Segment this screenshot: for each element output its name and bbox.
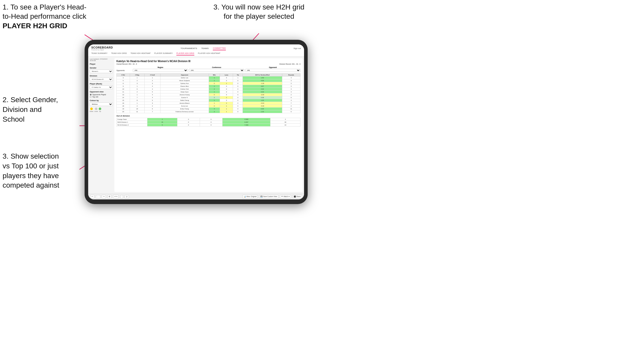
nav-committee[interactable]: COMMITTEE [213, 46, 226, 50]
toolbar-share[interactable]: ⬛ Share [293, 195, 302, 198]
division-select[interactable]: NCAA Division III [90, 78, 113, 81]
td-opponent: Sydney Kuo [160, 82, 209, 85]
subnav-player-summary[interactable]: PLAYER SUMMARY [154, 52, 173, 55]
td-div: 9 [117, 85, 130, 88]
td-conf: 5 [144, 99, 160, 102]
instruction-top-left: 1. To see a Player's Head- to-Head perfo… [3, 3, 90, 31]
radio-opponents-played[interactable]: Opponents Played [90, 94, 113, 95]
td-reg: 11 [130, 110, 144, 113]
td-win: 0 [209, 93, 220, 96]
td-conf: 3 [144, 82, 160, 85]
colour-select[interactable]: Win/loss [90, 102, 113, 106]
toolbar-redo[interactable]: ↪ [102, 195, 106, 198]
td-win: 2 [209, 96, 220, 99]
td-tie: 1 [233, 76, 243, 79]
gender-label: Gender [90, 67, 113, 69]
toolbar-view-original[interactable]: 📊 View: Original [243, 195, 258, 198]
gender-select[interactable]: Women's [90, 70, 113, 73]
opponent-filter[interactable]: (All) [245, 69, 300, 72]
td-opponent: Heejo Hyun [160, 91, 209, 93]
opponents-label: Opponents: [116, 70, 132, 71]
last-updated: Last Updated: 27/03/202416:55:38 [90, 58, 113, 61]
td-opponent: Eunice Yi [160, 96, 209, 99]
td-rounds: 3 [282, 85, 300, 88]
td-div: 16 [117, 102, 130, 105]
td-tie: 0 [233, 88, 243, 91]
brand: SCOREBOARD Powered by clippd [91, 46, 113, 51]
region-filter[interactable]: (All) [133, 69, 188, 72]
panel-title: Katelyn Vo Head-to-Head Grid for Women's… [116, 60, 300, 63]
td-conf: 7 [144, 110, 160, 113]
td-out-rounds: 10 [270, 124, 300, 127]
table-row: 6 3 3 Sydney Kuo 0 1 0 -1.00 3 [117, 82, 300, 85]
td-win: 2 [209, 110, 220, 113]
td-opponent: Federica Domecq Lacroze [160, 110, 209, 113]
td-conf: 2 [144, 79, 160, 82]
subnav-team-h2h-grid[interactable]: TEAM H2H GRID [111, 52, 127, 55]
subnav-team-h2h-heatmap[interactable]: TEAM H2H HEATMAP [130, 52, 151, 55]
td-out-tie: 0 [200, 124, 222, 127]
td-tie: 0 [233, 99, 243, 102]
td-div: 5 [117, 79, 130, 82]
td-reg: 10 [130, 108, 144, 110]
td-reg: 2 [130, 79, 144, 82]
td-conf: 2 [144, 105, 160, 108]
td-tie: 0 [233, 110, 243, 113]
colour-section: Colour by Win/loss [90, 99, 113, 106]
player-label: Player [90, 63, 113, 65]
nav-tournaments[interactable]: TOURNAMENTS [180, 47, 197, 50]
legend-up: Up [99, 108, 101, 112]
table-row: 9 1 4 Sharon Mun 1 0 0 3.67 3 [117, 85, 300, 88]
td-opponent: Jessica Mason [160, 102, 209, 105]
td-opponent: Emily Chang [160, 108, 209, 110]
subnav-player-h2h-grid[interactable]: PLAYER H2H GRID [176, 52, 194, 55]
radio-dot-top100 [90, 96, 92, 98]
conference-filter[interactable]: (All) [189, 69, 244, 72]
table-row: 15 8 5 Stella Cheng 1 0 0 1.25 4 [117, 99, 300, 102]
toolbar-timer[interactable]: ⏱ [125, 195, 129, 198]
toolbar-rotate[interactable]: ↩↪ [113, 195, 119, 198]
player-rank-select[interactable]: 8. Katelyn Vo [90, 85, 113, 89]
nav-teams[interactable]: TEAMS [201, 47, 209, 50]
toolbar-undo[interactable]: ↩ [90, 195, 94, 198]
td-tie: 0 [233, 96, 243, 99]
toolbar-watch[interactable]: 👁 Watch ▾ [280, 195, 291, 198]
td-div: 3 [117, 76, 130, 79]
td-loss: 2 [220, 102, 233, 105]
subnav-team-summary[interactable]: TEAM SUMMARY [91, 52, 108, 55]
td-diff: 4.00 [243, 79, 282, 82]
toolbar-save-view[interactable]: 💾 Save Custom View [259, 195, 278, 198]
td-out-loss: 0 [177, 121, 200, 124]
td-loss: 0 [220, 85, 233, 88]
toolbar-grid[interactable]: ⊞ [107, 195, 112, 198]
td-tie: 0 [233, 85, 243, 88]
td-out-diff: 4.500 [222, 118, 270, 121]
table-row: 11 2 5 Heejo Hyun 1 0 0 3.33 3 [117, 91, 300, 93]
td-opponent: Alexis Sudjanto [160, 79, 209, 82]
td-div: 18 [117, 105, 130, 108]
td-rounds: 3 [282, 91, 300, 93]
td-tie: 0 [233, 102, 243, 105]
td-opponent: Stella Cheng [160, 99, 209, 102]
td-rounds: 6 [282, 110, 300, 113]
td-div: 14 [117, 96, 130, 99]
subnav-player-h2h-heatmap[interactable]: PLAYER H2H HEATMAP [198, 52, 220, 55]
td-out-rounds: 30 [270, 121, 300, 124]
table-row: 13 1 4 Jessica Huang 0 0 0 -3.00 2 [117, 93, 300, 96]
tablet-screen: SCOREBOARD Powered by clippd TOURNAMENTS… [88, 44, 304, 199]
opponent-view-section: Opponent view Opponents Played Top 100 [90, 91, 113, 98]
opponent-col-label: Opponent [245, 66, 300, 68]
td-out-diff: 7.400 [222, 124, 270, 127]
legend-down: Down [90, 108, 93, 112]
toolbar-dot[interactable]: · [120, 195, 123, 198]
td-rounds: 3 [282, 79, 300, 82]
toolbar-back[interactable]: ← [96, 195, 100, 198]
td-conf: 4 [144, 85, 160, 88]
td-loss: 0 [220, 93, 233, 96]
td-reg: 7 [130, 96, 144, 99]
radio-top100[interactable]: Top 100 [90, 96, 113, 98]
td-tie: 0 [233, 82, 243, 85]
sign-out-link[interactable]: Sign out [294, 47, 301, 50]
td-out-win: 1 [147, 118, 177, 121]
division-section: Division NCAA Division III [90, 75, 113, 81]
